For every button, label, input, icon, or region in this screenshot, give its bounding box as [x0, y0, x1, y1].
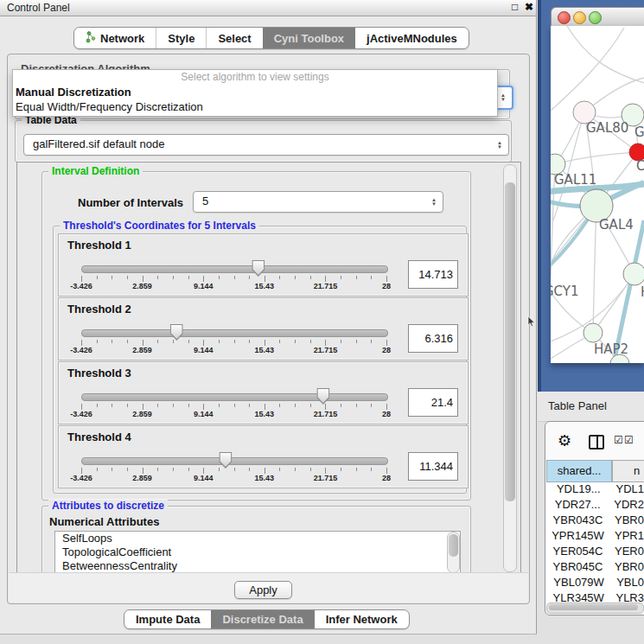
float-icon[interactable]: □ [512, 1, 518, 13]
tab-impute-data[interactable]: Impute Data [124, 610, 211, 628]
table-row[interactable]: YDR27...YDR2 [546, 498, 644, 513]
mac-minimize-icon[interactable] [573, 11, 586, 24]
table-row[interactable]: YPR145WYPR1 [546, 529, 644, 545]
table-data-combo[interactable]: galFiltered.sif default node ▲▼ [23, 134, 509, 156]
slider-thumb[interactable] [316, 388, 329, 405]
close-icon[interactable]: ✖ [525, 1, 533, 13]
cell-name: YBR0 [609, 513, 644, 529]
cell-shared-name: YDR27... [546, 498, 609, 513]
tick-label: 15.43 [255, 346, 275, 354]
control-panel-titlebar: Control Panel □ ✖ [0, 0, 536, 16]
threshold-slider[interactable] [81, 265, 388, 273]
table-rows[interactable]: YDL19...YDL1YDR27...YDR2YBR043CYBR0YPR14… [546, 482, 644, 602]
cell-shared-name: YBR043C [546, 513, 609, 529]
attribute-item[interactable]: SelfLoops [55, 532, 460, 545]
bottom-tab-bar: Impute DataDiscretize DataInfer Network [124, 609, 410, 629]
cell-shared-name: YPR145W [546, 529, 609, 545]
threshold-slider[interactable] [81, 457, 388, 465]
tick-label: 9.144 [194, 410, 214, 418]
tab-cyni-toolbox[interactable]: Cyni Toolbox [263, 28, 355, 48]
num-intervals-combo[interactable]: 5 ▲▼ [193, 191, 443, 213]
numerical-attributes-list[interactable]: SelfLoopsTopologicalCoefficientBetweenne… [54, 531, 461, 574]
apply-button[interactable]: Apply [234, 581, 292, 599]
table-panel-title: Table Panel [548, 399, 607, 412]
table-hscrollbar-thumb[interactable] [549, 604, 638, 610]
slider-thumb[interactable] [252, 260, 265, 277]
table-row[interactable]: YER054CYER0 [546, 545, 644, 560]
attribute-item[interactable]: TopologicalCoefficient [55, 545, 460, 559]
tick-label: 15.43 [255, 474, 275, 482]
network-node-label: H [641, 284, 644, 300]
tab-infer-network[interactable]: Infer Network [315, 610, 409, 628]
tab-label: Select [218, 32, 251, 45]
checkbox-icon[interactable]: ☑ [624, 434, 634, 446]
cell-shared-name: YBL079W [546, 576, 611, 591]
network-node[interactable] [623, 263, 644, 285]
mac-close-icon[interactable] [558, 11, 571, 24]
attributes-scrollbar-thumb[interactable] [449, 534, 458, 557]
table-row[interactable]: YBR045CYBR0 [546, 560, 644, 576]
panel-scrollbar-thumb[interactable] [505, 182, 515, 501]
tab-style[interactable]: Style [156, 28, 206, 48]
window-title: Control Panel [7, 2, 70, 14]
interval-definition-title: Interval Definition [48, 165, 143, 177]
algorithm-dropdown: Select algorithm to view settings Manual… [12, 69, 498, 117]
apply-bar: Apply [9, 572, 528, 603]
dropdown-option[interactable]: Equal Width/Frequency Discretization [13, 99, 497, 114]
tab-discretize-data[interactable]: Discretize Data [211, 610, 314, 628]
threshold-slider[interactable] [81, 329, 388, 337]
attributes-list-scrollbar[interactable] [447, 532, 460, 573]
table-hscrollbar[interactable] [546, 603, 644, 614]
network-node-label: HAP2 [594, 341, 628, 357]
threshold-value-field[interactable]: 6.316 [408, 324, 458, 353]
settings-scroll-panel: Interval Definition Number of Intervals … [16, 162, 521, 575]
table-row[interactable]: YBL079WYBL0 [546, 576, 644, 591]
num-intervals-label: Number of Intervals [78, 196, 183, 209]
network-node[interactable] [583, 323, 603, 342]
threshold-label: Threshold 3 [67, 367, 131, 379]
network-node-label: GCY1 [551, 284, 579, 299]
tick-label: 15.43 [255, 410, 275, 418]
tick-label: 2.859 [132, 410, 152, 418]
tab-label: Style [168, 32, 194, 45]
cell-shared-name: YDL19... [546, 482, 610, 498]
table-row[interactable]: YLR345WYLR3 [546, 591, 644, 602]
checkbox-icon[interactable]: ☑ [614, 434, 623, 446]
cell-name: YER0 [609, 545, 644, 560]
panel-scrollbar[interactable] [503, 164, 517, 572]
table-header-row: shared... n [546, 460, 644, 482]
tick-label: -3.426 [70, 474, 92, 482]
column-header-name[interactable]: n [612, 460, 644, 482]
mac-zoom-icon[interactable] [589, 11, 602, 24]
tab-jactivemnodules[interactable]: jActiveMNodules [355, 28, 469, 48]
attribute-item[interactable]: BetweennessCentrality [55, 559, 460, 573]
dropdown-option[interactable]: Manual Discretization [13, 85, 497, 99]
threshold-label: Threshold 1 [67, 239, 131, 252]
threshold-value-field[interactable]: 21.4 [408, 388, 458, 417]
tick-label: 9.144 [194, 346, 214, 354]
table-row[interactable]: YDL19...YDL1 [546, 482, 644, 498]
tick-label: 2.859 [132, 346, 152, 354]
slider-thumb[interactable] [170, 324, 183, 341]
threshold-box: Threshold 1-3.4262.8599.14415.4321.71528… [58, 233, 469, 296]
tab-label: Impute Data [136, 613, 200, 626]
cell-name: YDR2 [609, 498, 644, 513]
tick-label: 2.859 [132, 474, 152, 482]
tab-select[interactable]: Select [206, 28, 262, 48]
slider-thumb[interactable] [219, 452, 232, 469]
tab-label: jActiveMNodules [367, 32, 457, 45]
num-intervals-value: 5 [202, 192, 208, 211]
column-header-shared[interactable]: shared... [546, 460, 612, 482]
threshold-value-field[interactable]: 14.713 [408, 260, 458, 289]
thresholds-title: Threshold's Coordinates for 5 Intervals [60, 220, 259, 232]
tab-network[interactable]: Network [74, 28, 156, 48]
threshold-slider[interactable] [81, 393, 388, 401]
table-row[interactable]: YBR043CYBR0 [546, 513, 644, 529]
columns-icon[interactable] [589, 435, 604, 450]
network-icon [86, 31, 96, 46]
threshold-value-field[interactable]: 11.344 [408, 452, 458, 481]
network-canvas[interactable]: GAL80GACGAL11GAL4GCY1HHAP2 [551, 26, 644, 363]
tick-label: -3.426 [70, 282, 92, 290]
slider-tick-labels: -3.4262.8599.14415.4321.71528 [81, 282, 386, 292]
gear-icon[interactable]: ⚙ [558, 431, 571, 450]
